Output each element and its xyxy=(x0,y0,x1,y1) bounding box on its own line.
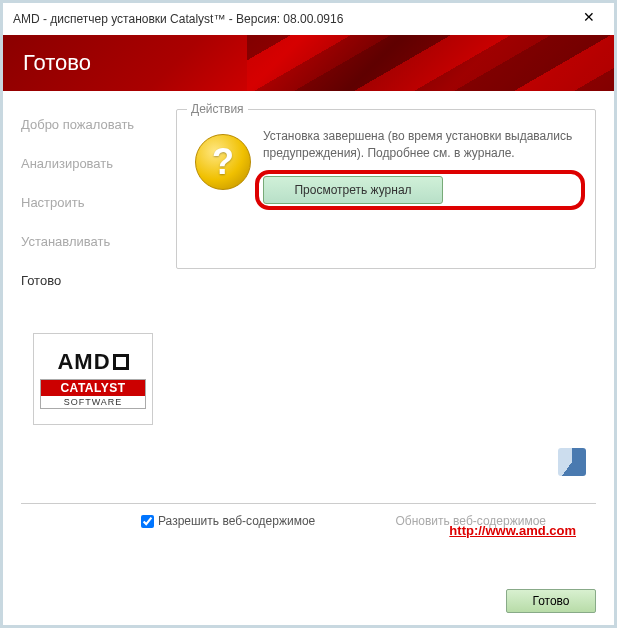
step-done: Готово xyxy=(21,273,176,288)
catalyst-label: CATALYST xyxy=(41,380,145,396)
divider xyxy=(21,503,596,504)
bottom-area: Разрешить веб-содержимое Обновить веб-со… xyxy=(21,453,596,528)
step-welcome: Добро пожаловать xyxy=(21,117,176,132)
software-label: SOFTWARE xyxy=(41,396,145,408)
header-banner: Готово xyxy=(3,35,614,91)
amd-wordmark: AMD xyxy=(57,349,128,375)
status-message: Установка завершена (во время установки … xyxy=(263,128,577,162)
close-icon[interactable]: ✕ xyxy=(574,9,604,29)
done-button[interactable]: Готово xyxy=(506,589,596,613)
titlebar: AMD - диспетчер установки Catalyst™ - Ве… xyxy=(3,3,614,35)
question-icon: ? xyxy=(195,134,251,190)
step-configure: Настроить xyxy=(21,195,176,210)
panel-legend: Действия xyxy=(187,102,248,116)
amd-arrow-icon xyxy=(113,354,129,370)
window-title: AMD - диспетчер установки Catalyst™ - Ве… xyxy=(13,12,574,26)
amd-website-link[interactable]: http://www.amd.com xyxy=(449,523,576,538)
brand-logo: AMD CATALYST SOFTWARE xyxy=(33,333,153,425)
step-install: Устанавливать xyxy=(21,234,176,249)
view-log-button[interactable]: Просмотреть журнал xyxy=(263,176,443,204)
loading-icon xyxy=(558,448,586,476)
step-analyze: Анализировать xyxy=(21,156,176,171)
installer-window: AMD - диспетчер установки Catalyst™ - Ве… xyxy=(0,0,617,628)
allow-web-checkbox-label[interactable]: Разрешить веб-содержимое xyxy=(141,514,315,528)
allow-web-checkbox[interactable] xyxy=(141,515,154,528)
page-title: Готово xyxy=(23,50,91,76)
footer: Готово xyxy=(506,589,596,613)
actions-panel: Действия ? Установка завершена (во время… xyxy=(176,109,596,269)
